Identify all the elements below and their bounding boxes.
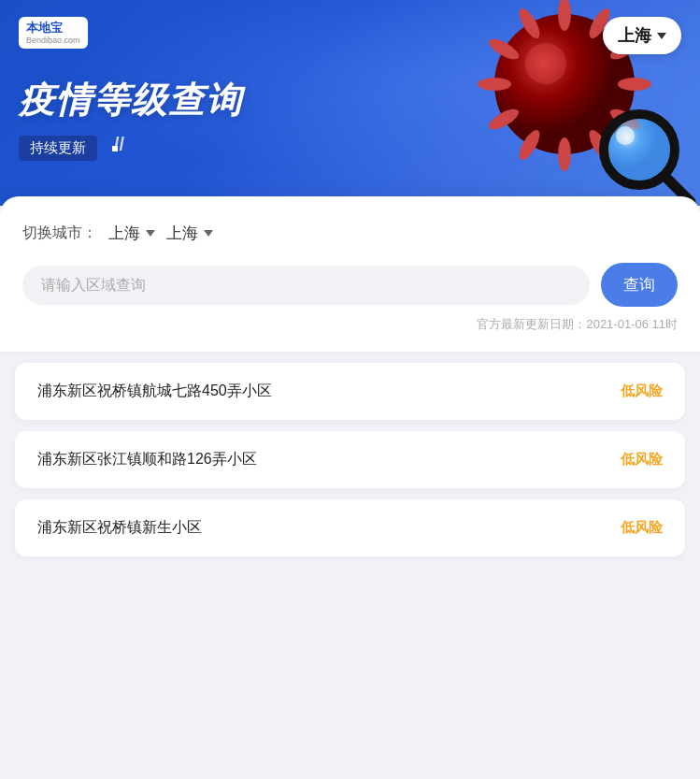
- search-row: 查询: [22, 263, 678, 307]
- city-dropdown-2[interactable]: 上海: [166, 219, 213, 248]
- risk-list-item[interactable]: 浦东新区张江镇顺和路126弄小区低风险: [15, 431, 685, 488]
- city1-dropdown-arrow-icon: [146, 230, 155, 237]
- svg-point-16: [616, 126, 635, 145]
- city-top-label: 上海: [618, 24, 651, 47]
- risk-badge: 低风险: [621, 519, 663, 537]
- risk-item-name: 浦东新区祝桥镇新生小区: [37, 518, 202, 538]
- banner-title-area: 疫情等级查询 持续更新 //: [19, 81, 243, 161]
- risk-item-name: 浦东新区张江镇顺和路126弄小区: [37, 450, 257, 469]
- risk-badge: 低风险: [621, 382, 663, 400]
- svg-point-13: [525, 43, 566, 84]
- svg-point-7: [558, 137, 571, 171]
- city-switch-label: 切换城市：: [22, 224, 97, 243]
- search-panel: 切换城市： 上海 上海 查询 官方最新更新日期：2021-01-06 11时: [0, 196, 700, 352]
- svg-point-4: [618, 78, 651, 91]
- city2-dropdown-arrow-icon: [204, 230, 213, 237]
- header-banner: 本地宝 Bendibao.com 上海: [0, 0, 700, 206]
- search-input[interactable]: [41, 277, 571, 294]
- svg-point-15: [608, 119, 670, 180]
- logo-box: 本地宝 Bendibao.com: [19, 17, 88, 49]
- search-button[interactable]: 查询: [601, 263, 678, 307]
- banner-subtitle: 持续更新: [19, 136, 97, 161]
- logo-area: 本地宝 Bendibao.com: [19, 17, 88, 49]
- city1-name: 上海: [108, 223, 140, 244]
- search-input-wrapper: [22, 266, 590, 305]
- risk-list: 浦东新区祝桥镇航城七路450弄小区低风险浦东新区张江镇顺和路126弄小区低风险浦…: [0, 352, 700, 568]
- city-dropdown-1[interactable]: 上海: [108, 219, 155, 248]
- svg-point-10: [478, 78, 511, 91]
- risk-badge: 低风险: [621, 451, 663, 469]
- city-selector-top[interactable]: 上海: [603, 17, 681, 54]
- banner-main-title: 疫情等级查询: [19, 81, 243, 121]
- update-time: 官方最新更新日期：2021-01-06 11时: [22, 316, 678, 333]
- risk-list-item[interactable]: 浦东新区祝桥镇新生小区低风险: [15, 499, 685, 556]
- city2-name: 上海: [166, 223, 198, 244]
- risk-item-name: 浦东新区祝桥镇航城七路450弄小区: [37, 382, 272, 401]
- logo-sub-text: Bendibao.com: [26, 36, 80, 45]
- double-slash-decoration: //: [114, 134, 124, 155]
- city-top-arrow-icon: [657, 33, 666, 39]
- risk-list-item[interactable]: 浦东新区祝桥镇航城七路450弄小区低风险: [15, 363, 685, 420]
- logo-main-text: 本地宝: [26, 21, 80, 36]
- city-switch-row: 切换城市： 上海 上海: [22, 219, 678, 248]
